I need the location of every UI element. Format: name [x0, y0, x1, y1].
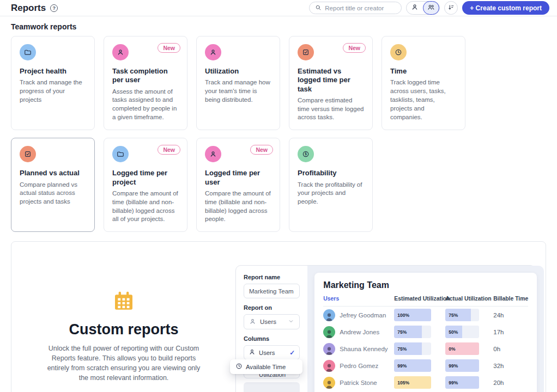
billable-time-value: 17h	[493, 329, 528, 335]
report-card-time[interactable]: TimeTrack logged time across users, task…	[382, 36, 465, 130]
column-header-billable-time: Billable Time	[493, 296, 528, 302]
utilization-bar: 75%	[445, 309, 479, 321]
report-name-label: Report name	[244, 274, 300, 280]
utilization-bar: 100%	[394, 309, 431, 321]
utilization-value: 100%	[397, 313, 409, 318]
report-card-planned-vs-actual[interactable]: Planned vs actualCompare planned vs actu…	[11, 138, 95, 232]
builder-preview-area: Marketing Team UsersEstimated Utilizatio…	[307, 266, 544, 392]
avatar	[323, 343, 335, 355]
report-card-task-completion-per-user[interactable]: NewTask completion per userAssess the am…	[104, 36, 187, 130]
card-description: Track logged time across users, tasks, t…	[390, 78, 457, 121]
report-card-logged-time-per-project[interactable]: NewLogged time per projectCompare the am…	[104, 138, 187, 232]
utilization-value: 75%	[449, 313, 458, 318]
card-title: Logged time per user	[205, 169, 271, 187]
preview-table-title: Marketing Team	[323, 280, 528, 290]
report-card-estimated-vs-logged-time-per-task[interactable]: NewEstimated vs logged time per taskComp…	[289, 36, 373, 130]
utilization-value: 99%	[449, 363, 458, 369]
utilization-value: 75%	[397, 329, 407, 335]
utilization-bar: 99%	[445, 376, 479, 389]
custom-reports-intro: Custom reports Unlock the full power of …	[11, 242, 236, 392]
report-cards-grid: Project healthTrack and manage the progr…	[11, 36, 546, 232]
card-title: Planned vs actual	[20, 169, 86, 177]
card-title: Logged time per project	[112, 169, 179, 187]
dollar-icon: $	[298, 146, 314, 162]
clock-icon	[235, 363, 243, 371]
help-icon[interactable]: ?	[50, 4, 58, 12]
search-icon	[315, 3, 322, 13]
card-description: Track and manage how your team's time is…	[205, 78, 271, 105]
search-input[interactable]: Report title or creator	[309, 2, 402, 14]
column-item-users[interactable]: Users✓	[244, 345, 300, 360]
user-group-icon	[427, 3, 435, 13]
dragged-column-chip[interactable]: Available Time	[230, 359, 302, 374]
utilization-bar: 75%	[394, 342, 431, 355]
user-cell: Shauna Kennedy	[323, 343, 391, 355]
folder-icon	[112, 146, 129, 162]
card-description: Compare estimated time versus time logge…	[298, 96, 364, 122]
billable-time-value: 32h	[493, 363, 528, 369]
avatar	[323, 377, 335, 389]
clock-icon	[390, 44, 407, 60]
card-title: Utilization	[205, 67, 271, 76]
chevron-down-icon	[288, 318, 294, 326]
columns-label: Columns	[244, 335, 300, 342]
billable-time-value: 20h	[493, 379, 528, 386]
user-cell: Andrew Jones	[323, 326, 391, 338]
filter-all-reports-button[interactable]	[423, 1, 439, 15]
search-placeholder: Report title or creator	[325, 5, 384, 11]
report-card-utilization[interactable]: UtilizationTrack and manage how your tea…	[196, 36, 280, 130]
custom-reports-title: Custom reports	[69, 321, 178, 338]
report-on-label: Report on	[244, 304, 300, 311]
preview-table-row: Shauna Kennedy75%0%0h	[323, 340, 528, 357]
utilization-value: 99%	[449, 380, 458, 385]
report-on-value: Users	[260, 318, 276, 325]
filter-my-reports-button[interactable]	[407, 1, 423, 15]
new-badge: New	[158, 43, 180, 53]
utilization-bar: 50%	[445, 326, 479, 338]
billable-time-value: 24h	[493, 312, 528, 318]
top-bar: Reports ? Report title or creator + Crea…	[0, 0, 557, 16]
create-custom-report-button[interactable]: + Create custom report	[462, 1, 549, 15]
report-card-project-health[interactable]: Project healthTrack and manage the progr…	[11, 36, 95, 130]
column-header-estimated-utilization: Estimated Utilization	[394, 296, 442, 302]
report-on-select[interactable]: Users	[244, 314, 300, 329]
custom-reports-section: Custom reports Unlock the full power of …	[11, 241, 546, 392]
sort-button[interactable]	[444, 1, 458, 15]
report-name-input[interactable]: Marketing Team	[244, 284, 300, 298]
dragged-column-label: Available Time	[246, 364, 286, 370]
new-badge: New	[343, 43, 366, 53]
drop-placeholder-slot	[244, 382, 300, 392]
card-title: Task completion per user	[112, 67, 179, 85]
column-header-actual-utilization: Actual Utilization	[445, 296, 490, 302]
card-description: Compare planned vs actual status across …	[20, 181, 86, 207]
column-item-label: Users	[259, 350, 275, 356]
single-user-icon	[411, 3, 419, 13]
user-cell: Jefrey Goodman	[323, 309, 391, 321]
preview-table-body: Jefrey Goodman100%75%24hAndrew Jones75%5…	[323, 307, 528, 392]
user-name: Patrick Stone	[340, 379, 377, 386]
owner-filter-toggle	[406, 1, 440, 15]
user-cell: Patrick Stone	[323, 377, 391, 389]
card-description: Compare the amount of time (billable and…	[112, 189, 179, 224]
preview-table-row: Pedro Gomez99%99%32h	[323, 357, 528, 374]
report-card-profitability[interactable]: $ProfitabilityTrack the profitability of…	[289, 138, 373, 232]
report-card-logged-time-per-user[interactable]: NewLogged time per userCompare the amoun…	[196, 138, 280, 232]
user-name: Andrew Jones	[340, 329, 379, 335]
page-title: Reports	[11, 3, 46, 14]
user-icon	[249, 318, 256, 326]
utilization-bar: 99%	[445, 359, 479, 372]
user-name: Jefrey Goodman	[340, 312, 386, 318]
avatar	[323, 309, 335, 321]
preview-table-row: Andrew Jones75%50%17h	[323, 323, 528, 340]
utilization-value: 99%	[397, 363, 407, 369]
utilization-bar: 0%	[445, 342, 479, 355]
user-name: Pedro Gomez	[340, 363, 378, 369]
column-header-users: Users	[323, 296, 391, 302]
folder-icon	[20, 44, 36, 60]
top-controls: Report title or creator + Create custom …	[309, 1, 549, 15]
card-description: Assess the amount of tasks assigned to a…	[112, 88, 179, 122]
section-title: Teamwork reports	[11, 22, 546, 31]
billable-time-value: 0h	[493, 346, 528, 352]
new-badge: New	[158, 145, 180, 155]
user-icon	[205, 44, 221, 60]
